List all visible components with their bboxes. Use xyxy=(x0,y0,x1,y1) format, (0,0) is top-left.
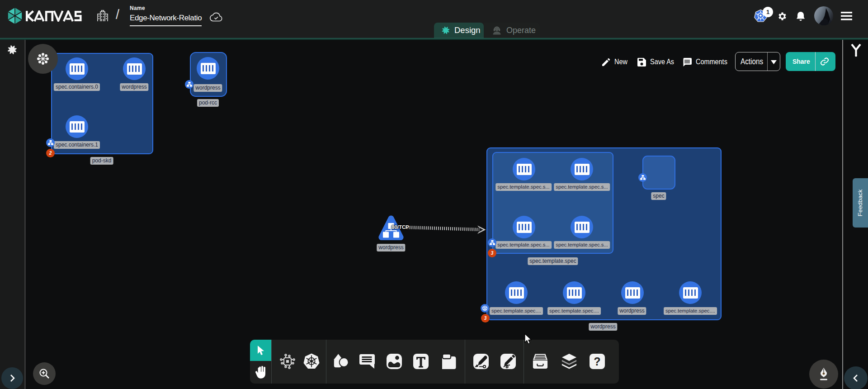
svg-text:?: ? xyxy=(594,355,600,368)
